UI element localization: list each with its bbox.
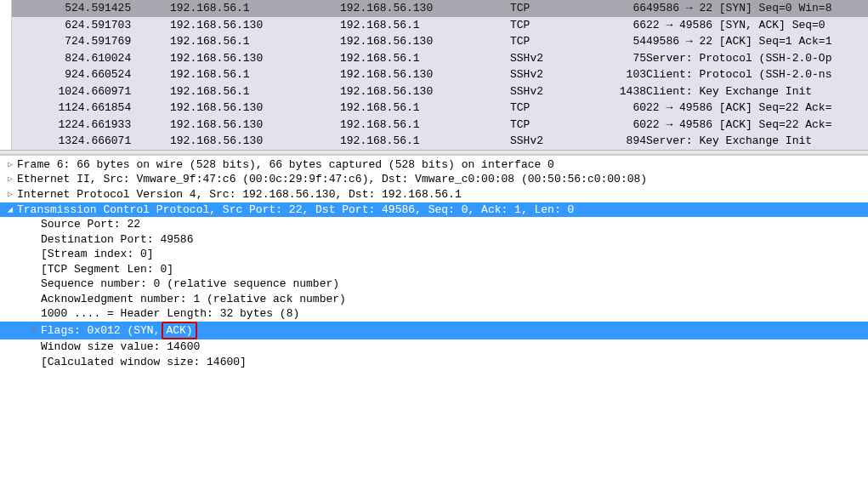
detail-text: Ethernet II, Src: Vmware_9f:47:c6 (00:0c… [17, 172, 868, 187]
detail-text: Window size value: 14600 [41, 339, 868, 355]
packet-dst: 192.168.56.1 [340, 50, 510, 67]
packet-time: 24.591425 [71, 0, 170, 17]
packet-dst: 192.168.56.130 [340, 33, 510, 50]
packet-time: 24.660971 [71, 83, 170, 100]
packet-no: 11 [12, 100, 71, 117]
expand-icon[interactable]: ▷ [3, 172, 17, 186]
detail-header-length[interactable]: 1000 .... = Header Length: 32 bytes (8) [0, 306, 868, 322]
row-gutter [0, 17, 12, 34]
packet-src: 192.168.56.130 [170, 117, 340, 134]
row-gutter [0, 0, 12, 17]
row-gutter [0, 100, 12, 117]
detail-text: Flags: 0x012 (SYN, ACK) [41, 322, 868, 340]
packet-time: 24.591769 [71, 33, 170, 50]
packet-proto: TCP [510, 117, 595, 134]
packet-len: 60 [595, 117, 646, 134]
detail-tcp[interactable]: ◢ Transmission Control Protocol, Src Por… [0, 202, 868, 218]
packet-src: 192.168.56.1 [170, 0, 340, 17]
packet-info: 22 → 49586 [ACK] Seq=22 Ack= [646, 100, 868, 117]
packet-info: 49586 → 22 [ACK] Seq=1 Ack=1 [646, 33, 868, 50]
row-gutter [0, 133, 12, 150]
packet-info: 49586 → 22 [SYN] Seq=0 Win=8 [646, 0, 868, 17]
collapse-icon[interactable]: ◢ [3, 202, 17, 217]
detail-text: [Calculated window size: 14600] [41, 355, 868, 370]
packet-row[interactable]: 1224.661933192.168.56.130192.168.56.1TCP… [0, 117, 868, 134]
packet-proto: SSHv2 [510, 50, 595, 67]
detail-text: Acknowledgment number: 1 (relative ack n… [41, 292, 868, 307]
packet-info: Server: Protocol (SSH-2.0-Op [646, 50, 868, 67]
packet-no: 12 [12, 117, 71, 134]
packet-src: 192.168.56.130 [170, 100, 340, 117]
packet-no: 8 [12, 50, 71, 67]
packet-src: 192.168.56.1 [170, 83, 340, 100]
expand-icon[interactable]: ▷ [27, 322, 41, 336]
row-gutter [0, 50, 12, 67]
packet-time: 24.661854 [71, 100, 170, 117]
detail-text: Transmission Control Protocol, Src Port:… [17, 202, 868, 218]
packet-time: 24.666071 [71, 133, 170, 150]
packet-len: 66 [595, 0, 646, 17]
packet-src: 192.168.56.130 [170, 50, 340, 67]
detail-text: [Stream index: 0] [41, 247, 868, 262]
packet-no: 10 [12, 83, 71, 100]
expand-icon[interactable]: ▷ [3, 157, 17, 172]
packet-no: 7 [12, 33, 71, 50]
detail-text: Source Port: 22 [41, 217, 868, 232]
detail-stream-index[interactable]: [Stream index: 0] [0, 247, 868, 262]
packet-dst: 192.168.56.130 [340, 66, 510, 83]
row-gutter [0, 66, 12, 83]
packet-len: 75 [595, 50, 646, 67]
packet-len: 54 [595, 33, 646, 50]
packet-row[interactable]: 924.660524192.168.56.1192.168.56.130SSHv… [0, 66, 868, 83]
row-gutter [0, 33, 12, 50]
packet-len: 1438 [595, 83, 646, 100]
packet-src: 192.168.56.1 [170, 33, 340, 50]
packet-row[interactable]: 624.591703192.168.56.130192.168.56.1TCP6… [0, 17, 868, 34]
detail-window-size[interactable]: Window size value: 14600 [0, 339, 868, 355]
packet-row[interactable]: 524.591425192.168.56.1192.168.56.130TCP6… [0, 0, 868, 17]
packet-proto: TCP [510, 33, 595, 50]
row-gutter [0, 83, 12, 100]
detail-sequence[interactable]: Sequence number: 0 (relative sequence nu… [0, 277, 868, 292]
detail-text: Destination Port: 49586 [41, 232, 868, 248]
packet-dst: 192.168.56.1 [340, 117, 510, 134]
detail-text: Sequence number: 0 (relative sequence nu… [41, 277, 868, 292]
packet-time: 24.660524 [71, 66, 170, 83]
packet-info: 22 → 49586 [ACK] Seq=22 Ack= [646, 117, 868, 134]
detail-text: Internet Protocol Version 4, Src: 192.16… [17, 187, 868, 202]
packet-row[interactable]: 1124.661854192.168.56.130192.168.56.1TCP… [0, 100, 868, 117]
packet-info: Server: Key Exchange Init [646, 133, 868, 150]
detail-src-port[interactable]: Source Port: 22 [0, 217, 868, 232]
packet-dst: 192.168.56.130 [340, 83, 510, 100]
detail-frame[interactable]: ▷ Frame 6: 66 bytes on wire (528 bits), … [0, 157, 868, 173]
packet-time: 24.661933 [71, 117, 170, 134]
detail-text: 1000 .... = Header Length: 32 bytes (8) [41, 306, 868, 322]
flags-prefix: Flags: 0x012 (SYN, [41, 323, 160, 339]
packet-dst: 192.168.56.1 [340, 100, 510, 117]
packet-row[interactable]: 824.610024192.168.56.130192.168.56.1SSHv… [0, 50, 868, 67]
packet-proto: SSHv2 [510, 66, 595, 83]
packet-details-pane[interactable]: ▷ Frame 6: 66 bytes on wire (528 bits), … [0, 154, 868, 379]
packet-no: 9 [12, 66, 71, 83]
packet-len: 66 [595, 17, 646, 34]
packet-src: 192.168.56.130 [170, 133, 340, 150]
packet-info: Client: Protocol (SSH-2.0-ns [646, 66, 868, 83]
packet-proto: TCP [510, 0, 595, 17]
detail-dst-port[interactable]: Destination Port: 49586 [0, 232, 868, 248]
packet-row[interactable]: 1324.666071192.168.56.130192.168.56.1SSH… [0, 133, 868, 150]
packet-len: 60 [595, 100, 646, 117]
detail-flags[interactable]: ▷ Flags: 0x012 (SYN, ACK) [0, 322, 868, 340]
packet-list[interactable]: 524.591425192.168.56.1192.168.56.130TCP6… [0, 0, 868, 151]
packet-row[interactable]: 724.591769192.168.56.1192.168.56.130TCP5… [0, 33, 868, 50]
packet-no: 5 [12, 0, 71, 17]
detail-ack-number[interactable]: Acknowledgment number: 1 (relative ack n… [0, 292, 868, 307]
packet-time: 24.591703 [71, 17, 170, 34]
detail-calc-window[interactable]: [Calculated window size: 14600] [0, 355, 868, 370]
detail-ip[interactable]: ▷ Internet Protocol Version 4, Src: 192.… [0, 187, 868, 202]
packet-info: 22 → 49586 [SYN, ACK] Seq=0 [646, 17, 868, 34]
expand-icon[interactable]: ▷ [3, 187, 17, 202]
detail-ethernet[interactable]: ▷ Ethernet II, Src: Vmware_9f:47:c6 (00:… [0, 172, 868, 187]
detail-segment-len[interactable]: [TCP Segment Len: 0] [0, 262, 868, 277]
packet-row[interactable]: 1024.660971192.168.56.1192.168.56.130SSH… [0, 83, 868, 100]
packet-no: 13 [12, 133, 71, 150]
